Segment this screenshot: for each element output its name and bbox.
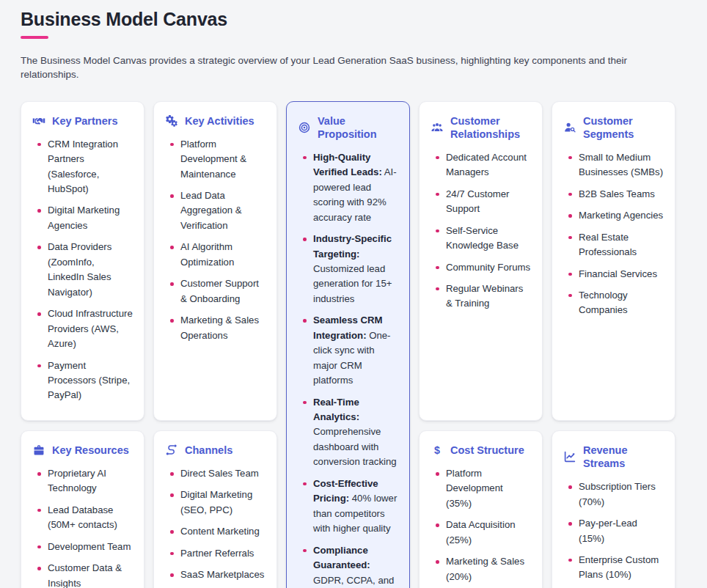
card-header: Revenue Streams xyxy=(563,444,664,470)
card-key-activities: Key Activities Platform Development & Ma… xyxy=(153,101,277,421)
page-title: Business Model Canvas xyxy=(21,9,675,30)
list-item: Community Forums xyxy=(431,260,531,275)
gears-icon xyxy=(165,114,178,128)
card-revenue-streams: Revenue Streams Subscription Tiers (70%)… xyxy=(552,430,675,588)
card-list: Dedicated Account Managers24/7 Customer … xyxy=(431,150,531,312)
list-item: Payment Processors (Stripe, PayPal) xyxy=(32,359,133,403)
list-item: Marketing Agencies xyxy=(563,208,664,223)
list-item: Digital Marketing (SEO, PPC) xyxy=(165,488,265,518)
list-item: Development Team xyxy=(32,540,133,554)
card-list: Subscription Tiers (70%)Pay-per-Lead (15… xyxy=(563,479,664,588)
list-item: Small to Medium Businesses (SMBs) xyxy=(563,150,664,180)
target-icon xyxy=(298,121,311,134)
list-item: AI Algorithm Optimization xyxy=(165,240,265,270)
card-list: Platform Development & MaintenanceLead D… xyxy=(165,137,265,343)
card-list: High-Quality Verified Leads: AI-powered … xyxy=(298,150,398,588)
card-list: Direct Sales TeamDigital Marketing (SEO,… xyxy=(165,466,265,583)
card-list: CRM Integration Partners (Salesforce, Hu… xyxy=(32,137,133,403)
item-lead: Real-Time Analytics: xyxy=(313,397,359,422)
list-item: Content Marketing xyxy=(165,524,265,539)
card-header: $ Cost Structure xyxy=(431,444,531,457)
card-header: Customer Relationships xyxy=(431,114,531,141)
list-item: Data Providers (ZoomInfo, LinkedIn Sales… xyxy=(32,240,133,300)
list-item: Dedicated Account Managers xyxy=(431,150,531,180)
list-item: Pay-per-Lead (15%) xyxy=(563,516,664,546)
card-header: Value Proposition xyxy=(298,114,398,141)
card-title: Key Resources xyxy=(52,444,129,457)
list-item: Financial Services xyxy=(563,267,664,282)
card-list: Platform Development (35%)Data Acquisiti… xyxy=(431,466,531,588)
list-item: Industry-Specific Targeting: Customized … xyxy=(298,232,398,306)
users-group-icon xyxy=(431,121,444,134)
briefcase-icon xyxy=(32,444,45,457)
card-customer-relationships: Customer Relationships Dedicated Account… xyxy=(419,101,543,421)
card-customer-segments: Customer Segments Small to Medium Busine… xyxy=(552,101,675,421)
list-item: Customer Support & Onboarding xyxy=(165,276,265,306)
list-item: Direct Sales Team xyxy=(165,466,265,481)
card-header: Key Activities xyxy=(165,114,265,128)
dollar-icon: $ xyxy=(431,444,444,457)
list-item: Seamless CRM Integration: One-click sync… xyxy=(298,313,398,388)
item-lead: Compliance Guaranteed: xyxy=(313,545,370,570)
item-lead: Cost-Effective Pricing: xyxy=(313,478,378,504)
list-item: Cost-Effective Pricing: 40% lower than c… xyxy=(298,477,398,537)
card-cost-structure: $ Cost Structure Platform Development (3… xyxy=(419,430,543,588)
list-item: Marketing & Sales Operations xyxy=(165,313,265,343)
list-item: High-Quality Verified Leads: AI-powered … xyxy=(298,150,398,225)
list-item: Cloud Infrastructure Providers (AWS, Azu… xyxy=(32,306,133,351)
item-lead: Industry-Specific Targeting: xyxy=(313,233,392,259)
list-item: Customer Data & Insights xyxy=(32,561,133,588)
card-title: Customer Relationships xyxy=(450,114,531,141)
list-item: Digital Marketing Agencies xyxy=(32,203,133,233)
page-container: Business Model Canvas The Business Model… xyxy=(0,0,707,588)
list-item: Partner Referrals xyxy=(165,546,265,561)
card-header: Customer Segments xyxy=(563,114,664,141)
canvas-grid: Key Partners CRM Integration Partners (S… xyxy=(21,101,675,588)
list-item: Proprietary AI Technology xyxy=(32,466,133,496)
page-subtitle: The Business Model Canvas provides a str… xyxy=(21,54,675,82)
item-lead: High-Quality Verified Leads: xyxy=(313,152,382,177)
list-item: Compliance Guaranteed: GDPR, CCPA, and C… xyxy=(298,543,398,588)
card-header: Key Partners xyxy=(32,114,133,128)
person-search-icon xyxy=(563,121,576,134)
list-item: 24/7 Customer Support xyxy=(431,187,531,217)
list-item: Regular Webinars & Training xyxy=(431,282,531,312)
card-channels: Channels Direct Sales TeamDigital Market… xyxy=(153,430,277,588)
list-item: Enterprise Custom Plans (10%) xyxy=(563,553,664,583)
list-item: Self-Service Knowledge Base xyxy=(431,224,531,254)
list-item: Subscription Tiers (70%) xyxy=(563,479,664,510)
list-item: CRM Integration Partners (Salesforce, Hu… xyxy=(32,137,133,197)
card-header: Channels xyxy=(165,444,265,457)
list-item: SaaS Marketplaces xyxy=(165,567,265,582)
list-item: Technology Companies xyxy=(563,288,664,318)
card-key-resources: Key Resources Proprietary AI TechnologyL… xyxy=(21,430,144,588)
chart-line-icon xyxy=(563,450,576,463)
route-icon xyxy=(165,444,178,457)
list-item: Platform Development & Maintenance xyxy=(165,137,265,182)
item-lead: Seamless CRM Integration: xyxy=(313,315,383,340)
card-title: Cost Structure xyxy=(450,444,524,457)
card-title: Key Partners xyxy=(52,114,117,128)
card-title: Revenue Streams xyxy=(583,444,664,470)
svg-text:$: $ xyxy=(434,444,440,455)
list-item: Real Estate Professionals xyxy=(563,230,664,260)
card-title: Key Activities xyxy=(185,114,254,128)
card-key-partners: Key Partners CRM Integration Partners (S… xyxy=(21,101,144,421)
list-item: B2B Sales Teams xyxy=(563,187,664,202)
card-list: Small to Medium Businesses (SMBs)B2B Sal… xyxy=(563,150,664,318)
list-item: Lead Database (50M+ contacts) xyxy=(32,503,133,533)
list-item: Real-Time Analytics: Comprehensive dashb… xyxy=(298,395,398,470)
card-header: Key Resources xyxy=(32,444,133,457)
card-title: Customer Segments xyxy=(583,114,664,141)
card-list: Proprietary AI TechnologyLead Database (… xyxy=(32,466,133,588)
list-item: Lead Data Aggregation & Verification xyxy=(165,188,265,233)
card-title: Value Proposition xyxy=(318,114,398,141)
title-underline xyxy=(21,36,48,39)
handshake-icon xyxy=(32,114,45,128)
card-title: Channels xyxy=(185,444,232,457)
list-item: Platform Development (35%) xyxy=(431,466,531,511)
list-item: Data Acquisition (25%) xyxy=(431,518,531,548)
list-item: Marketing & Sales (20%) xyxy=(431,554,531,584)
card-value-proposition: Value Proposition High-Quality Verified … xyxy=(286,101,410,588)
